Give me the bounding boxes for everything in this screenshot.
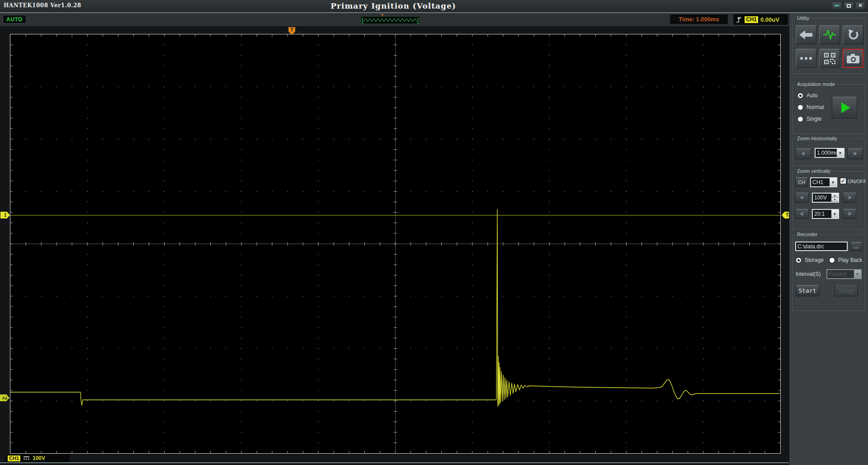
- channel-select[interactable]: CH1 ▼: [810, 177, 837, 187]
- dc-coupling-icon: [24, 456, 29, 460]
- spinner-down-icon: ▼: [831, 198, 838, 202]
- title-bar: HANTEK1008 Ver1.0.28 Primary Ignition (V…: [0, 0, 868, 12]
- radio-auto-icon: [797, 93, 803, 99]
- more-options-button[interactable]: [796, 49, 816, 68]
- control-panel: Utility: [789, 13, 868, 465]
- close-button[interactable]: ✕: [855, 2, 865, 9]
- rising-edge-icon: [736, 16, 742, 23]
- zoom-vertical-group: Zoom vertically CH CH1 ▼ ✓ ON/OFF < 100V…: [793, 171, 865, 229]
- start-button[interactable]: Start: [796, 285, 819, 296]
- radio-playback-label: Play Back: [838, 257, 862, 263]
- undo-rotate-icon: [847, 29, 859, 40]
- dropdown-arrow-icon: ▼: [837, 149, 844, 157]
- preview-wave-svg: [361, 17, 419, 24]
- radio-auto[interactable]: Auto: [797, 92, 818, 99]
- timebase-select[interactable]: 1.000ms ▼: [815, 148, 844, 158]
- radio-single[interactable]: Single: [797, 116, 821, 122]
- ch-button[interactable]: CH: [795, 177, 808, 187]
- interval-value: Fastest: [827, 270, 854, 278]
- radio-normal-icon: [797, 104, 803, 110]
- trigger-level-readout: 0.00uV: [760, 16, 779, 23]
- toolbar: AUTO T [ ] Time: 1.000ms CH1 0.00uV: [0, 13, 789, 26]
- reset-button[interactable]: [843, 25, 863, 44]
- radio-single-label: Single: [807, 116, 821, 122]
- zoom-vertical-label: Zoom vertically: [795, 168, 832, 174]
- radio-single-icon: [797, 116, 803, 122]
- probe-value: 20:1: [813, 210, 831, 218]
- maximize-button[interactable]: [844, 2, 854, 9]
- dropdown-arrow-icon: ▼: [831, 210, 838, 218]
- radio-playback-icon: [829, 257, 835, 263]
- channel1-volts-per-div: 100V: [33, 455, 45, 461]
- browse-button[interactable]: ...: [850, 242, 862, 251]
- onoff-label: ON/OFF: [848, 179, 867, 184]
- volts-increase-button[interactable]: >: [843, 193, 856, 203]
- pulse-icon: [823, 29, 836, 40]
- timebase-decrease-button[interactable]: <: [796, 148, 811, 159]
- qr-code-icon: [824, 52, 836, 65]
- run-button[interactable]: [832, 97, 857, 119]
- dropdown-arrow-icon: ▼: [854, 270, 861, 278]
- radio-storage[interactable]: Storage: [796, 257, 824, 263]
- zoom-horizontal-group: Zoom Horizontally < 1.000ms ▼ >: [793, 139, 865, 166]
- page-title: Primary Ignition (Voltage): [0, 1, 787, 10]
- channel1-badge: CH1: [8, 456, 20, 461]
- radio-normal-label: Normal: [807, 104, 824, 110]
- preview-bracket-right: ]: [417, 17, 419, 24]
- acquisition-group-label: Acquisition mode: [795, 81, 837, 87]
- recorder-group-label: Recorder: [795, 232, 819, 237]
- radio-storage-label: Storage: [805, 257, 824, 263]
- camera-icon: [846, 53, 860, 64]
- play-icon: [841, 102, 850, 113]
- preview-bracket-left: [: [362, 17, 363, 24]
- radio-normal[interactable]: Normal: [797, 104, 824, 110]
- minimize-icon: [835, 5, 839, 6]
- close-icon: ✕: [858, 3, 862, 9]
- recorder-group: Recorder ... Storage Play Back Interval(…: [793, 235, 865, 311]
- scope-svg: [10, 34, 780, 453]
- timebase-readout: Time: 1.000ms: [670, 14, 728, 24]
- stop-button[interactable]: Stop: [835, 285, 858, 296]
- radio-playback[interactable]: Play Back: [829, 257, 862, 263]
- dropdown-arrow-icon: ▼: [830, 178, 836, 186]
- ellipsis-icon: [800, 57, 812, 60]
- waveform-generator-button[interactable]: [819, 25, 840, 44]
- record-path-input[interactable]: [795, 242, 848, 251]
- zoom-horizontal-label: Zoom Horizontally: [795, 136, 839, 141]
- bottom-separator: [0, 462, 868, 463]
- qr-code-button[interactable]: [819, 49, 840, 68]
- volts-decrease-button[interactable]: <: [795, 193, 809, 203]
- spinner-up-icon: ▲: [831, 194, 838, 198]
- probe-select[interactable]: 20:1 ▼: [812, 209, 839, 219]
- volts-spinner[interactable]: 100V ▲ ▼: [812, 193, 839, 203]
- back-arrow-icon: [799, 30, 813, 40]
- window-controls: ✕: [832, 2, 865, 9]
- scope-display[interactable]: [10, 34, 781, 454]
- volts-value: 100V: [813, 194, 831, 202]
- maximize-icon: [847, 4, 851, 8]
- interval-select[interactable]: Fastest ▼: [826, 269, 862, 279]
- waveform-overview-strip[interactable]: [ ]: [361, 16, 420, 24]
- radio-auto-label: Auto: [807, 92, 818, 99]
- interval-label: Interval(S): [796, 271, 821, 277]
- channel1-scale-badge[interactable]: CH1 100V: [5, 454, 70, 462]
- probe-increase-button[interactable]: >: [843, 209, 856, 219]
- trigger-status-badge: AUTO: [3, 15, 26, 24]
- timebase-value: 1.000ms: [816, 149, 837, 157]
- probe-decrease-button[interactable]: <: [795, 209, 809, 219]
- acquisition-mode-group: Acquisition mode Auto Normal Single: [793, 85, 865, 133]
- back-button[interactable]: [796, 25, 816, 44]
- utility-group-label: Utility: [795, 15, 811, 21]
- trigger-source-badge: CH1: [745, 16, 758, 23]
- minimize-button[interactable]: [832, 2, 842, 9]
- spinner-arrows[interactable]: ▲ ▼: [831, 194, 838, 202]
- channel-onoff-checkbox[interactable]: ✓: [840, 178, 846, 184]
- preview-wave: [363, 19, 417, 22]
- screenshot-button[interactable]: [843, 49, 863, 68]
- utility-group: Utility: [793, 19, 865, 74]
- trigger-readout: CH1 0.00uV: [733, 14, 788, 25]
- channel-select-value: CH1: [811, 178, 830, 186]
- radio-storage-icon: [796, 257, 802, 263]
- timebase-increase-button[interactable]: >: [847, 148, 863, 159]
